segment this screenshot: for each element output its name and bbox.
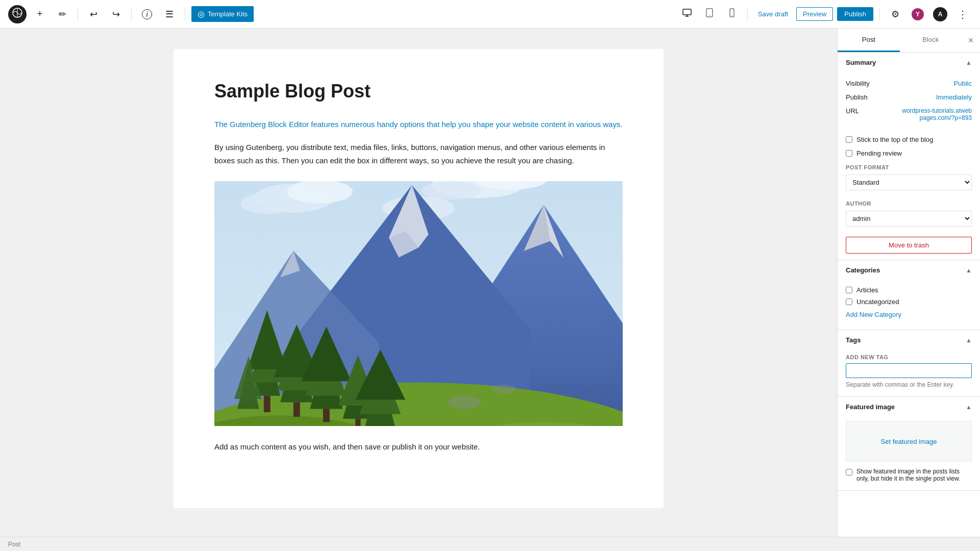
url-row: URL wordpress-tutorials.atwebpages.com/?… bbox=[846, 104, 972, 124]
template-kits-button[interactable]: ◎ Template Kits bbox=[191, 6, 254, 22]
mobile-icon bbox=[727, 8, 737, 20]
tags-chevron: ▲ bbox=[966, 337, 972, 344]
user-button[interactable]: A bbox=[931, 5, 949, 23]
summary-header[interactable]: Summary ▲ bbox=[838, 53, 980, 72]
info-icon: i bbox=[142, 9, 152, 19]
featured-placeholder[interactable]: Set featured image bbox=[846, 421, 972, 462]
author-select[interactable]: admin bbox=[846, 211, 972, 227]
tags-content: ADD NEW TAG Separate with commas or the … bbox=[838, 350, 980, 396]
tags-section: Tags ▲ ADD NEW TAG Separate with commas … bbox=[838, 330, 980, 397]
settings-button[interactable]: ⚙ bbox=[886, 5, 904, 23]
publish-button[interactable]: Publish bbox=[837, 7, 873, 21]
summary-chevron: ▲ bbox=[966, 59, 972, 66]
category-uncategorized-label: Uncategorized bbox=[856, 298, 899, 306]
svg-rect-36 bbox=[323, 409, 330, 422]
category-uncategorized-checkbox[interactable] bbox=[846, 298, 852, 305]
tags-header[interactable]: Tags ▲ bbox=[838, 330, 980, 350]
save-draft-button[interactable]: Save draft bbox=[754, 7, 792, 21]
post-body[interactable]: By using Gutenberg, you distribute text,… bbox=[214, 141, 623, 167]
publish-value[interactable]: Immediately bbox=[936, 93, 972, 101]
featured-image-chevron: ▲ bbox=[966, 404, 972, 411]
mobile-view-button[interactable] bbox=[723, 5, 741, 23]
tab-post[interactable]: Post bbox=[838, 29, 900, 52]
post-intro[interactable]: The Gutenberg Block Editor features nume… bbox=[214, 118, 623, 131]
list-view-button[interactable]: ☰ bbox=[160, 5, 179, 23]
tablet-view-button[interactable] bbox=[700, 5, 719, 23]
post-format-select[interactable]: Standard Aside Image Video Quote Link bbox=[846, 174, 972, 190]
featured-image-header[interactable]: Featured image ▲ bbox=[838, 397, 980, 417]
tag-input[interactable] bbox=[846, 363, 972, 378]
pending-review-checkbox[interactable] bbox=[846, 150, 852, 157]
url-value[interactable]: wordpress-tutorials.atwebpages.com/?p=89… bbox=[900, 107, 972, 121]
yoast-icon: Y bbox=[912, 8, 924, 20]
more-options-button[interactable]: ⋮ bbox=[953, 5, 972, 23]
category-uncategorized-row: Uncategorized bbox=[846, 296, 972, 308]
redo-button[interactable]: ↪ bbox=[107, 5, 125, 23]
categories-header[interactable]: Categories ▲ bbox=[838, 260, 980, 280]
editor-content: Sample Blog Post The Gutenberg Block Edi… bbox=[174, 49, 664, 508]
add-block-button[interactable]: + bbox=[31, 5, 49, 23]
svg-point-5 bbox=[731, 15, 732, 16]
preview-button[interactable]: Preview bbox=[796, 7, 833, 21]
tag-hint: Separate with commas or the Enter key. bbox=[846, 381, 972, 388]
stick-to-top-row: Stick to the top of the blog bbox=[838, 133, 980, 146]
hide-featured-checkbox[interactable] bbox=[846, 469, 852, 475]
close-icon: × bbox=[968, 35, 974, 46]
featured-image-title: Featured image bbox=[846, 403, 895, 411]
author-label: AUTHOR bbox=[838, 196, 980, 209]
summary-rows: Visibility Public Publish Immediately UR… bbox=[838, 72, 980, 133]
divider2 bbox=[131, 8, 132, 20]
desktop-view-button[interactable] bbox=[678, 5, 696, 23]
move-to-trash-button[interactable]: Move to trash bbox=[846, 237, 972, 254]
editor-main[interactable]: Sample Blog Post The Gutenberg Block Edi… bbox=[0, 29, 837, 551]
svg-rect-41 bbox=[355, 419, 360, 426]
categories-section: Categories ▲ Articles Uncategorized Add … bbox=[838, 260, 980, 330]
info-button[interactable]: i bbox=[138, 5, 156, 23]
visibility-value[interactable]: Public bbox=[954, 80, 972, 87]
svg-point-49 bbox=[493, 385, 516, 394]
pencil-icon: ✏ bbox=[59, 9, 66, 20]
status-label: Post bbox=[8, 541, 20, 548]
close-sidebar-button[interactable]: × bbox=[962, 31, 980, 49]
sidebar-tabs: Post Block × bbox=[838, 29, 980, 53]
redo-icon: ↪ bbox=[112, 9, 120, 20]
tools-button[interactable]: ✏ bbox=[53, 5, 71, 23]
post-footer[interactable]: Add as much content as you wish, and the… bbox=[214, 440, 623, 454]
svg-point-9 bbox=[241, 193, 293, 214]
sidebar: Post Block × Summary ▲ Visibility Public… bbox=[837, 29, 980, 551]
tags-title: Tags bbox=[846, 336, 861, 344]
svg-point-48 bbox=[448, 396, 481, 409]
template-kits-icon: ◎ bbox=[198, 9, 205, 19]
wp-logo[interactable] bbox=[8, 5, 27, 23]
category-articles-checkbox[interactable] bbox=[846, 287, 852, 293]
featured-content: Set featured image Show featured image i… bbox=[838, 417, 980, 490]
post-title[interactable]: Sample Blog Post bbox=[214, 80, 623, 104]
set-featured-image-button[interactable]: Set featured image bbox=[846, 438, 971, 445]
publish-label: Publish bbox=[846, 93, 868, 101]
publish-row: Publish Immediately bbox=[846, 90, 972, 104]
stick-to-top-checkbox[interactable] bbox=[846, 136, 852, 143]
featured-image-section: Featured image ▲ Set featured image Show… bbox=[838, 397, 980, 491]
undo-button[interactable]: ↩ bbox=[84, 5, 103, 23]
divider bbox=[78, 8, 78, 20]
avatar-icon: A bbox=[933, 7, 947, 21]
categories-title: Categories bbox=[846, 266, 880, 274]
post-format-label: POST FORMAT bbox=[838, 160, 980, 172]
list-icon: ☰ bbox=[165, 9, 174, 20]
tab-block[interactable]: Block bbox=[900, 29, 962, 52]
category-articles-label: Articles bbox=[856, 286, 878, 294]
toolbar-right: Save draft Preview Publish ⚙ Y A ⋮ bbox=[678, 5, 972, 23]
main-layout: Sample Blog Post The Gutenberg Block Edi… bbox=[0, 29, 980, 551]
add-new-category-link[interactable]: Add New Category bbox=[846, 308, 972, 321]
divider4 bbox=[747, 8, 748, 20]
add-tag-label: ADD NEW TAG bbox=[846, 354, 972, 360]
desktop-icon bbox=[682, 8, 692, 20]
yoast-button[interactable]: Y bbox=[909, 5, 927, 23]
wp-logo-icon bbox=[12, 8, 22, 20]
svg-rect-32 bbox=[293, 403, 300, 417]
visibility-label: Visibility bbox=[846, 80, 870, 87]
status-bar: Post bbox=[0, 537, 980, 551]
svg-rect-28 bbox=[264, 396, 271, 412]
divider5 bbox=[879, 8, 880, 20]
post-image bbox=[214, 181, 623, 426]
